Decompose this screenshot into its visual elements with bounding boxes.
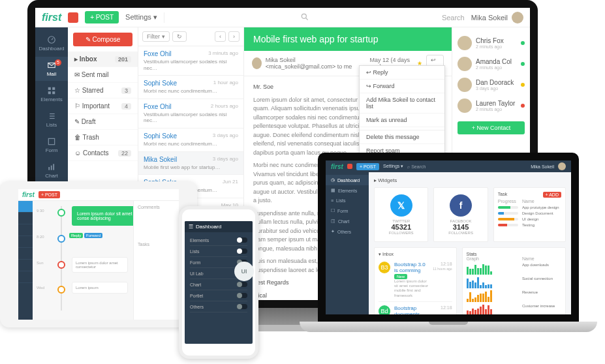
search-input[interactable]: Search xyxy=(164,12,465,23)
svg-rect-13 xyxy=(48,167,50,170)
task-row: Design Document xyxy=(498,211,561,215)
folder-important[interactable]: ⚐ Important4 xyxy=(68,99,138,114)
dashboard-icon xyxy=(47,35,56,44)
sidebar-item-others[interactable]: ✦ Others xyxy=(326,226,369,237)
twitter-card[interactable]: 𝕏 TWITTER 45321 FOLLOWERS xyxy=(374,187,428,242)
action-delete[interactable]: Delete this message xyxy=(360,130,444,144)
contact-item[interactable]: Dan Doorack3 days ago xyxy=(458,74,525,95)
svg-point-0 xyxy=(302,14,307,18)
folder-contacts[interactable]: ☺ Contacts22 xyxy=(68,145,138,161)
filter-bar: Filter ▾ ↻ ‹ › xyxy=(138,27,243,46)
action-forward[interactable]: ↪ Forward xyxy=(360,80,444,93)
mobile-menu-item[interactable]: Elements xyxy=(190,235,247,246)
logo[interactable]: first xyxy=(42,12,61,23)
sidebar-item[interactable] xyxy=(18,248,33,260)
mail-meta: Mika Sokeil <mica_sokeil@gmail.com> to m… xyxy=(244,51,452,76)
toggle[interactable] xyxy=(237,237,247,243)
timeline-node[interactable] xyxy=(57,235,65,243)
sidebar-item-mail[interactable]: 5Mail xyxy=(35,57,68,81)
mobile-menu-item[interactable]: Others xyxy=(190,301,247,312)
form-icon xyxy=(47,137,56,146)
folder-inbox[interactable]: ▸ Inbox201 xyxy=(68,52,138,67)
sidebar-item-dashboard[interactable]: ◷ Dashboard xyxy=(326,175,369,185)
contact-item[interactable]: Chris Fox2 minuts ago xyxy=(458,33,525,53)
iphone-frame: ☰ Dashboard ElementsListsFormUI LabChart… xyxy=(179,206,258,359)
sidebar-item[interactable] xyxy=(18,271,33,283)
toggle[interactable] xyxy=(237,282,247,287)
action-mark-unread[interactable]: Mark as unread xyxy=(360,114,444,127)
filter-button[interactable]: Filter ▾ xyxy=(142,31,170,42)
mobile-menu-item[interactable]: Lists xyxy=(190,246,247,257)
sidebar-item-form[interactable]: ☐ Form xyxy=(326,205,369,216)
sidebar-item[interactable] xyxy=(18,224,33,236)
post-button[interactable]: + POST xyxy=(356,163,379,170)
sidebar-item-dashboard[interactable]: Dashboard xyxy=(35,31,68,55)
message-item[interactable]: 2 hours agoFoxe OhilVestibulum ullamcorp… xyxy=(138,99,243,129)
laptop-topbar: first + POST Settings ▾ ⌕ Search Mika So… xyxy=(326,160,571,172)
inbox-row[interactable]: BdBootstrap documents UrgentThere are a … xyxy=(379,302,452,314)
post-button[interactable]: + POST xyxy=(39,191,60,198)
facebook-card[interactable]: f FACEBOOK 3145 FOLLOWERS xyxy=(433,187,488,242)
avatar[interactable] xyxy=(512,12,523,23)
action-add-contact[interactable]: Add Mika Sokeil to contact list xyxy=(360,93,444,114)
logo[interactable]: first xyxy=(22,191,35,198)
laptop-frame: first + POST Settings ▾ ⌕ Search Mika So… xyxy=(300,153,597,354)
sidebar-item[interactable] xyxy=(18,213,33,224)
sidebar-item-elements[interactable]: ▦ Elements xyxy=(326,185,369,196)
sidebar-item-elements[interactable]: Elements xyxy=(35,82,68,106)
next-page-button[interactable]: › xyxy=(228,31,240,42)
mobile-menu: ☰ Dashboard ElementsListsFormUI LabChart… xyxy=(185,221,253,344)
new-contact-button[interactable]: + New Contact xyxy=(458,121,525,134)
message-item[interactable]: 1 hour agoSophi SokeMorbi nec nunc condi… xyxy=(138,76,243,99)
message-item[interactable]: 3 days agoMika SokeilMobile first web ap… xyxy=(138,152,243,175)
message-item[interactable]: 3 minuts agoFoxe OhilVestibulum ullamcor… xyxy=(138,46,243,76)
mobile-menu-item[interactable]: Chart xyxy=(190,279,247,290)
contact-item[interactable]: Amanda Col2 minuts ago xyxy=(458,53,525,74)
timeline-bubble: Lorem ipsum xyxy=(72,282,128,294)
folder-draft[interactable]: ✎ Draft xyxy=(68,114,138,130)
fab-button[interactable]: UI xyxy=(234,262,253,281)
avatar[interactable] xyxy=(558,162,566,170)
timeline-node[interactable] xyxy=(57,261,65,269)
add-task-button[interactable]: + ADD xyxy=(543,192,561,198)
notification-icon[interactable] xyxy=(347,164,352,169)
timeline-line xyxy=(61,206,62,311)
dashboard-app: first + POST Settings ▾ ⌕ Search Mika So… xyxy=(326,160,571,314)
post-button[interactable]: + POST xyxy=(85,11,119,23)
ipad-frame: first + POST Lorem ipsum dolor sit amet … xyxy=(0,181,197,327)
message-item[interactable]: 3 days agoSophi SokeMorbi nec nunc condi… xyxy=(138,129,243,152)
folder-trash[interactable]: 🗑 Trash xyxy=(68,130,138,145)
toggle[interactable] xyxy=(237,249,247,254)
notification-icon[interactable] xyxy=(68,12,78,23)
user-name[interactable]: Mika Sokeil xyxy=(471,14,508,22)
action-reply[interactable]: ↩ Reply xyxy=(360,66,444,80)
logo[interactable]: first xyxy=(331,163,343,170)
timeline-node[interactable] xyxy=(57,286,65,294)
folder-sent[interactable]: ✉ Sent mail xyxy=(68,67,138,83)
timeline-card[interactable]: Lorem ipsum dolor sit amet conse adipisc… xyxy=(72,206,133,226)
refresh-button[interactable]: ↻ xyxy=(172,31,187,42)
inbox-row[interactable]: B3Bootstrap 3.0 is comming NewLorem ipsu… xyxy=(379,258,452,302)
prev-page-button[interactable]: ‹ xyxy=(215,31,226,42)
laptop-sidebar: ◷ Dashboard ▦ Elements ≡ Lists ☐ Form ◫ … xyxy=(326,172,369,314)
folder-starred[interactable]: ☆ Starred3 xyxy=(68,83,138,99)
sidebar-item-lists[interactable]: Lists xyxy=(35,108,68,132)
sidebar-item-chart[interactable]: Chart xyxy=(35,159,68,183)
facebook-icon: f xyxy=(450,194,472,217)
contact-item[interactable]: Lauren Taylor2 minuts ago xyxy=(458,95,525,116)
settings-menu[interactable]: Settings ▾ xyxy=(383,164,403,169)
sidebar-item[interactable] xyxy=(18,236,33,248)
sidebar-item-chart[interactable]: ◫ Chart xyxy=(326,216,369,226)
user-name[interactable]: Mika Sokeil xyxy=(531,164,554,169)
toggle[interactable] xyxy=(237,293,247,298)
toggle[interactable] xyxy=(237,304,247,309)
settings-menu[interactable]: Settings ▾ xyxy=(125,13,157,22)
mobile-menu-item[interactable]: Portlet xyxy=(190,290,247,301)
compose-button[interactable]: ✎ Compose xyxy=(73,33,132,46)
sidebar-item[interactable] xyxy=(18,201,33,213)
timeline-node[interactable] xyxy=(57,209,65,217)
sidebar-item-lists[interactable]: ≡ Lists xyxy=(326,196,369,205)
sidebar-item-form[interactable]: Form xyxy=(35,133,68,157)
sidebar-item[interactable] xyxy=(18,260,33,271)
laptop-base xyxy=(300,322,597,332)
